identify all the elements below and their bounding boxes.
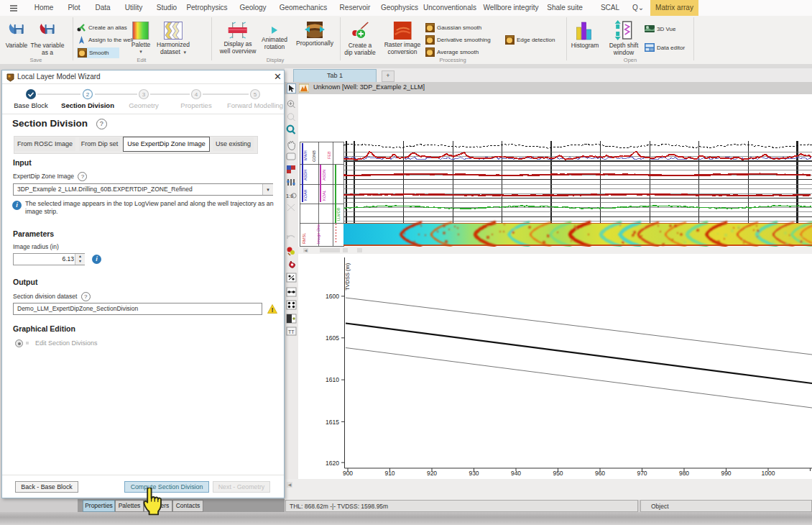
svg-text:MWH: MWH (303, 150, 308, 160)
svg-text:1620: 1620 (326, 460, 339, 467)
svg-text:ASDN: ASDN (322, 170, 326, 181)
svg-text:970: 970 (637, 470, 647, 477)
svg-text:980: 980 (679, 470, 689, 477)
svg-text:1610: 1610 (326, 376, 339, 383)
svg-text:940: 940 (511, 470, 521, 477)
svg-text:4: 4 (195, 91, 198, 98)
svg-text:910: 910 (384, 470, 395, 477)
svg-text:RMSL: RMSL (302, 233, 306, 244)
svg-text:ASDH: ASDH (303, 170, 308, 181)
svg-text:KOAH: KOAH (303, 189, 308, 201)
svg-text:1600: 1600 (326, 293, 339, 300)
svg-text:KOAL: KOAL (322, 190, 326, 201)
svg-text:GDNB: GDNB (312, 150, 316, 162)
svg-text:960: 960 (595, 470, 605, 477)
svg-text:3: 3 (142, 91, 146, 98)
svg-text:1605: 1605 (326, 334, 339, 342)
svg-text:FEB: FEB (327, 151, 331, 159)
svg-text:900: 900 (343, 470, 353, 477)
svg-text:!: ! (272, 306, 274, 314)
svg-text:930: 930 (469, 470, 479, 477)
svg-text:5: 5 (254, 91, 257, 98)
svg-text:2: 2 (86, 91, 90, 98)
svg-text:Image Orie: Image Orie (316, 224, 320, 244)
svg-text:TT: TT (288, 329, 295, 334)
svg-text:TVDSS (m): TVDSS (m) (344, 262, 351, 291)
svg-text:990: 990 (721, 470, 731, 477)
svg-text:1000: 1000 (762, 470, 775, 477)
svg-text:920: 920 (427, 470, 437, 477)
svg-text:950: 950 (553, 470, 563, 477)
svg-text:1615: 1615 (326, 419, 339, 426)
svg-text:LLMDB: LLMDB (336, 207, 341, 221)
